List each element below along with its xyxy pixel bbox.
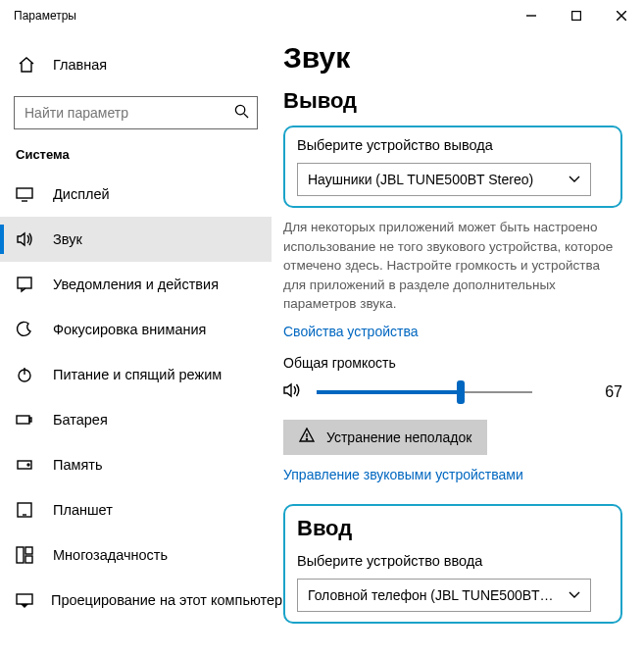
storage-icon — [16, 456, 35, 474]
battery-icon — [16, 411, 35, 429]
home-label: Главная — [53, 57, 107, 73]
notifications-icon — [16, 276, 35, 293]
chevron-down-icon — [569, 588, 580, 602]
search-input[interactable] — [15, 97, 257, 128]
sidebar-item-label: Проецирование на этот компьютер — [51, 592, 282, 608]
power-icon — [16, 366, 35, 383]
close-button[interactable] — [599, 0, 644, 31]
sidebar-item-label: Питание и спящий режим — [53, 367, 222, 382]
sidebar-item-power[interactable]: Питание и спящий режим — [0, 352, 272, 397]
sidebar-item-storage[interactable]: Память — [0, 442, 272, 487]
sidebar-item-notifications[interactable]: Уведомления и действия — [0, 262, 272, 307]
sidebar-item-display[interactable]: Дисплей — [0, 172, 272, 217]
sidebar: Главная Система Дисплей Звук Уве — [0, 31, 272, 656]
sidebar-item-label: Дисплей — [53, 186, 110, 202]
sidebar-item-projecting[interactable]: Проецирование на этот компьютер — [0, 578, 272, 623]
search-field[interactable] — [14, 96, 258, 129]
titlebar: Параметры — [0, 0, 644, 31]
chevron-down-icon — [569, 173, 580, 186]
volume-icon[interactable] — [283, 381, 303, 402]
svg-rect-1 — [572, 12, 581, 21]
volume-slider[interactable] — [317, 380, 532, 404]
maximize-icon — [571, 11, 581, 21]
device-properties-link[interactable]: Свойства устройства — [283, 324, 622, 339]
tablet-icon — [16, 501, 35, 519]
warning-icon — [299, 428, 315, 446]
input-device-dropdown[interactable]: Головной телефон (JBL TUNE500BT… — [297, 579, 591, 612]
display-icon — [16, 185, 35, 203]
manage-devices-link[interactable]: Управление звуковыми устройствами — [283, 467, 622, 482]
slider-thumb[interactable] — [457, 380, 465, 404]
sidebar-item-battery[interactable]: Батарея — [0, 397, 272, 442]
volume-value: 67 — [546, 383, 622, 401]
maximize-button[interactable] — [554, 0, 599, 31]
troubleshoot-button[interactable]: Устранение неполадок — [283, 420, 487, 455]
output-heading: Вывод — [283, 88, 622, 114]
output-select-label: Выберите устройство вывода — [297, 137, 609, 153]
input-select-label: Выберите устройство ввода — [297, 553, 609, 569]
svg-rect-6 — [17, 188, 32, 198]
svg-point-14 — [27, 464, 29, 466]
main-content: Звук Вывод Выберите устройство вывода На… — [272, 31, 644, 656]
output-device-value: Наушники (JBL TUNE500BT Stereo) — [308, 172, 569, 187]
home-icon — [18, 56, 35, 74]
output-device-dropdown[interactable]: Наушники (JBL TUNE500BT Stereo) — [297, 163, 591, 196]
svg-rect-20 — [17, 594, 32, 604]
svg-point-22 — [306, 439, 307, 440]
input-device-box: Ввод Выберите устройство ввода Головной … — [283, 504, 622, 624]
sidebar-item-label: Память — [53, 457, 103, 473]
svg-point-4 — [235, 105, 244, 114]
svg-rect-11 — [17, 416, 29, 424]
svg-rect-17 — [17, 547, 24, 563]
sidebar-item-label: Батарея — [53, 412, 108, 428]
projecting-icon — [16, 591, 33, 609]
sidebar-item-sound[interactable]: Звук — [0, 217, 272, 262]
input-device-value: Головной телефон (JBL TUNE500BT… — [308, 587, 569, 603]
sound-icon — [16, 230, 35, 248]
page-title: Звук — [283, 41, 622, 75]
volume-row: 67 — [283, 380, 622, 404]
sidebar-group-title: Система — [0, 147, 272, 162]
sidebar-item-label: Фокусировка внимания — [53, 322, 206, 337]
svg-rect-18 — [25, 547, 32, 554]
sidebar-item-label: Многозадачность — [53, 547, 168, 563]
minimize-button[interactable] — [509, 0, 554, 31]
sidebar-item-focus-assist[interactable]: Фокусировка внимания — [0, 307, 272, 352]
minimize-icon — [526, 11, 536, 21]
svg-rect-8 — [18, 278, 31, 288]
slider-fill — [317, 390, 461, 394]
focus-assist-icon — [16, 321, 35, 338]
output-description: Для некоторых приложений может быть наст… — [283, 218, 617, 314]
sidebar-item-label: Планшет — [53, 502, 113, 518]
svg-rect-19 — [25, 556, 32, 563]
sidebar-item-tablet[interactable]: Планшет — [0, 487, 272, 532]
window-controls — [509, 0, 644, 31]
sidebar-item-multitasking[interactable]: Многозадачность — [0, 532, 272, 578]
input-heading: Ввод — [297, 516, 609, 541]
close-icon — [617, 11, 626, 21]
svg-line-5 — [244, 114, 248, 118]
volume-label: Общая громкость — [283, 355, 622, 371]
sidebar-item-label: Уведомления и действия — [53, 277, 219, 292]
multitasking-icon — [16, 546, 35, 564]
sidebar-nav: Дисплей Звук Уведомления и действия Фоку… — [0, 172, 272, 623]
svg-rect-12 — [29, 418, 31, 422]
home-nav[interactable]: Главная — [0, 49, 272, 80]
search-icon — [234, 104, 249, 122]
output-device-box: Выберите устройство вывода Наушники (JBL… — [283, 126, 622, 208]
sidebar-item-label: Звук — [53, 231, 82, 247]
window-title: Параметры — [14, 9, 509, 23]
troubleshoot-label: Устранение неполадок — [326, 429, 471, 445]
